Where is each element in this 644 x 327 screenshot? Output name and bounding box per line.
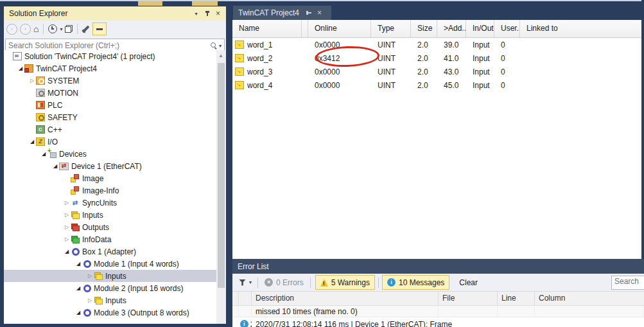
expander-icon[interactable] bbox=[40, 148, 48, 160]
tree-item-motion[interactable]: MOTION bbox=[4, 87, 226, 99]
dash-icon bbox=[96, 28, 103, 30]
toolbar-separator bbox=[77, 24, 78, 34]
preview-selected-toggle[interactable] bbox=[92, 22, 107, 35]
col-header-severity[interactable] bbox=[239, 292, 252, 305]
col-header-size[interactable]: Size bbox=[411, 20, 437, 37]
tree-item-module2[interactable]: Module 2 (Input 16 words) bbox=[4, 282, 226, 294]
chevron-down-icon[interactable]: ▾ bbox=[60, 26, 62, 32]
table-row[interactable]: word_3 0x0000 UINT 2.0 43.0 Input 0 bbox=[232, 65, 644, 78]
chevron-down-icon[interactable]: ▾ bbox=[219, 43, 222, 49]
expander-icon[interactable] bbox=[17, 62, 24, 75]
tree-item-module1[interactable]: Module 1 (Input 4 words) bbox=[4, 258, 226, 270]
tree-item-inputs[interactable]: Inputs bbox=[4, 209, 226, 221]
warnings-filter-button[interactable]: 5 Warnings bbox=[315, 275, 375, 290]
tree-item-box1[interactable]: Box 1 (Adapter) bbox=[4, 245, 226, 258]
home-icon[interactable]: ⌂ bbox=[33, 24, 39, 33]
scrollbar-thumb[interactable] bbox=[218, 63, 225, 288]
expander-icon[interactable] bbox=[74, 306, 82, 319]
col-header-line[interactable]: Line bbox=[498, 292, 535, 305]
tree-item-system[interactable]: SYSTEM bbox=[4, 75, 226, 87]
col-header-online[interactable]: Online bbox=[308, 20, 371, 37]
document-tab[interactable]: TwinCAT Project4 × bbox=[233, 6, 331, 20]
tree-item-module3[interactable]: Module 3 (Outnput 8 words) bbox=[4, 306, 226, 319]
expander-icon[interactable] bbox=[28, 75, 36, 87]
type-value: UINT bbox=[371, 81, 411, 90]
tree-item-safety[interactable]: SAFETY bbox=[4, 111, 226, 123]
error-search-input[interactable] bbox=[612, 276, 644, 287]
error-row[interactable]: missed 10 times (frame no. 0) bbox=[232, 306, 644, 317]
tree-item-infodata[interactable]: InfoData bbox=[4, 233, 226, 245]
col-header-type[interactable]: Type bbox=[371, 20, 411, 37]
expander-icon[interactable] bbox=[28, 136, 36, 148]
chevron-down-icon[interactable]: ▾ bbox=[249, 279, 252, 285]
tree-scrollbar[interactable]: ▲ bbox=[216, 50, 226, 324]
auto-hide-pin-button[interactable] bbox=[202, 8, 213, 19]
pending-changes-icon[interactable] bbox=[48, 24, 57, 33]
col-header-file[interactable]: File bbox=[439, 292, 498, 305]
safety-icon bbox=[36, 113, 45, 121]
error-search-box[interactable] bbox=[611, 276, 644, 290]
solution-icon bbox=[13, 52, 22, 60]
search-input[interactable] bbox=[6, 41, 210, 50]
type-value: UINT bbox=[371, 67, 411, 76]
window-position-button[interactable]: ▾ bbox=[191, 8, 202, 19]
tree-item-solution[interactable]: Solution 'TwinCAT Project4' (1 project) bbox=[4, 50, 226, 62]
errors-filter-button[interactable]: × 0 Errors bbox=[260, 276, 308, 289]
tree-item-cpp[interactable]: CC++ bbox=[4, 123, 226, 136]
expander-icon[interactable] bbox=[63, 197, 71, 209]
tree-item-image-info[interactable]: Image-Info bbox=[4, 184, 226, 197]
tree-item-project[interactable]: TwinCAT Project4 bbox=[4, 62, 226, 75]
search-icon[interactable] bbox=[210, 42, 218, 49]
table-row[interactable]: word_1 0x0000 UINT 2.0 39.0 Input 0 bbox=[232, 38, 644, 51]
expander-icon[interactable] bbox=[74, 258, 82, 270]
tree-item-devices[interactable]: Devices bbox=[4, 148, 226, 160]
tree-item-outputs[interactable]: Outputs bbox=[4, 221, 226, 233]
clear-button[interactable]: Clear bbox=[455, 276, 482, 289]
tree-item-syncunits[interactable]: ⇄SyncUnits bbox=[4, 197, 226, 209]
close-panel-button[interactable]: × bbox=[213, 8, 223, 19]
back-button[interactable]: ‹ bbox=[6, 24, 17, 35]
col-header-inout[interactable]: In/Out bbox=[466, 20, 494, 37]
col-header-addr[interactable]: >Add... bbox=[437, 20, 466, 37]
tree-item-plc[interactable]: PLC bbox=[4, 99, 226, 111]
tree-item-io[interactable]: ZI/O bbox=[4, 136, 226, 148]
tree-item-device1[interactable]: ⇄Device 1 (EtherCAT) bbox=[4, 160, 226, 172]
info-icon: i bbox=[387, 278, 396, 287]
expander-icon[interactable] bbox=[63, 233, 71, 245]
expander-icon[interactable] bbox=[86, 270, 94, 282]
addr-value: 45.0 bbox=[437, 81, 466, 90]
expander-icon[interactable] bbox=[63, 221, 71, 233]
close-icon[interactable]: × bbox=[317, 9, 322, 17]
error-list-titlebar[interactable]: Error List bbox=[232, 259, 644, 274]
table-row[interactable]: word_2 0x3412 UINT 2.0 41.0 Input 0 bbox=[232, 51, 644, 65]
tree-item-module1-inputs[interactable]: Inputs bbox=[4, 270, 226, 282]
forward-button[interactable]: › bbox=[20, 24, 31, 35]
expander-icon[interactable] bbox=[51, 160, 59, 172]
tree-item-image[interactable]: Image bbox=[4, 172, 226, 184]
filter-icon[interactable] bbox=[239, 279, 246, 286]
expander-icon[interactable] bbox=[63, 209, 71, 221]
pin-icon[interactable] bbox=[306, 10, 312, 16]
inout-value: Input bbox=[466, 40, 494, 49]
collapse-all-icon[interactable] bbox=[65, 25, 73, 33]
type-value: UINT bbox=[371, 40, 411, 49]
col-header-linkedto[interactable]: Linked to bbox=[520, 20, 644, 37]
scroll-up-arrow[interactable]: ▲ bbox=[218, 53, 223, 58]
expander-icon[interactable] bbox=[74, 282, 82, 294]
solution-explorer-titlebar[interactable]: Solution Explorer ▾ × bbox=[4, 6, 226, 21]
tree-item-module2-inputs[interactable]: Inputs bbox=[4, 294, 226, 306]
messages-filter-button[interactable]: i 10 Messages bbox=[382, 275, 449, 290]
online-value: 0x0000 bbox=[308, 67, 371, 76]
size-value: 2.0 bbox=[411, 40, 437, 49]
expander-icon[interactable] bbox=[86, 294, 94, 306]
col-header-description[interactable]: Description bbox=[252, 292, 439, 305]
error-list-panel: Error List ▾ × 0 Errors 5 Warnings i 10 … bbox=[232, 259, 644, 327]
toolbar-separator bbox=[378, 278, 379, 288]
col-header-column[interactable]: Column bbox=[535, 292, 644, 305]
properties-wrench-icon[interactable] bbox=[83, 25, 90, 32]
col-header-name[interactable]: Name bbox=[232, 20, 302, 37]
expander-icon[interactable] bbox=[63, 245, 71, 258]
error-row[interactable]: i 2 2020/7/31 12:08:14 116 ms | Device 1… bbox=[232, 317, 644, 327]
table-row[interactable]: word_4 0x0000 UINT 2.0 45.0 Input 0 bbox=[232, 78, 644, 92]
col-header-user[interactable]: User... bbox=[494, 20, 520, 37]
